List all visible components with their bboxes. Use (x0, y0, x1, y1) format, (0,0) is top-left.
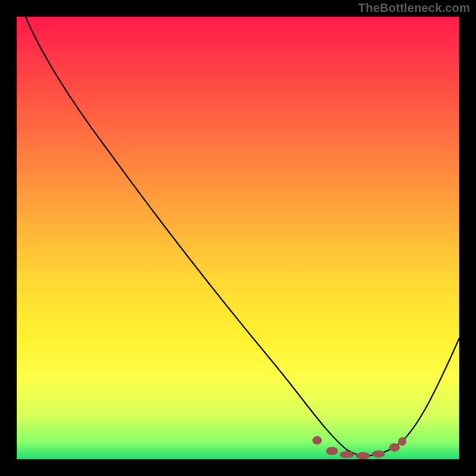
svg-point-3 (356, 452, 370, 459)
highlight-band (312, 436, 406, 459)
svg-point-5 (389, 443, 400, 452)
svg-point-1 (326, 447, 338, 455)
svg-point-0 (312, 436, 322, 444)
svg-point-4 (372, 450, 385, 458)
curve-layer (17, 17, 459, 459)
bottleneck-curve (26, 17, 459, 456)
svg-point-6 (398, 437, 406, 446)
watermark-text: TheBottleneck.com (358, 1, 470, 15)
svg-point-2 (340, 451, 354, 458)
chart-frame: TheBottleneck.com (0, 0, 476, 476)
plot-area (17, 17, 459, 459)
